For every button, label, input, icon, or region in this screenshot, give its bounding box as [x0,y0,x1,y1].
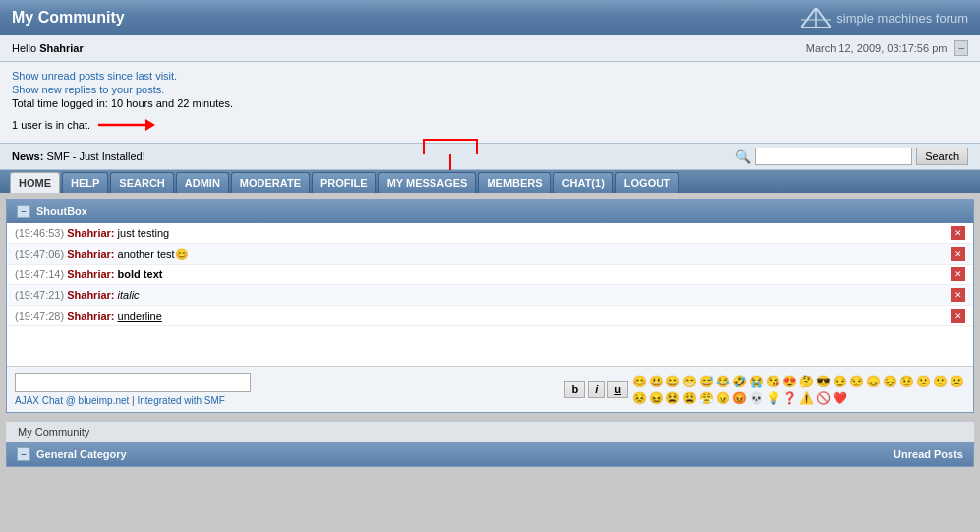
emoji-confused[interactable]: 😕 [915,374,931,389]
shout-row: (19:46:53) Shahriar: just testing ✕ [7,223,973,244]
category-header: – General Category Unread Posts [7,443,973,466]
emoji-love[interactable]: 😍 [781,374,797,389]
emoji-angry[interactable]: 😠 [715,390,730,406]
emoji-think[interactable]: 🤔 [798,374,814,389]
minimize-button[interactable]: – [954,40,968,56]
bold-button[interactable]: b [564,381,585,398]
emoji-kiss[interactable]: 😘 [765,374,780,389]
shout-content: (19:47:21) Shahriar: italic [15,289,951,301]
tab-chat[interactable]: CHAT(1) [553,172,613,193]
tab-profile[interactable]: PROFILE [312,172,376,193]
emoji-rage[interactable]: 😡 [731,390,747,406]
emoji-steam[interactable]: 😤 [698,390,714,406]
category-collapse-icon[interactable]: – [17,447,30,461]
tab-moderate[interactable]: MODERATE [231,172,310,193]
shout-message: italic [118,289,140,301]
emoji-no-entry[interactable]: 🚫 [815,390,831,406]
shout-time: (19:46:53) [15,227,64,239]
shout-content: (19:46:53) Shahriar: just testing [15,227,951,239]
emoji-sad[interactable]: 😞 [865,374,881,389]
emoji-strip: 😊 😃 😄 😁 😅 😂 🤣 😭 😘 😍 🤔 😎 😏 😒 😞 😔 [631,374,965,406]
welcome-right: March 12, 2009, 03:17:56 pm – [806,40,968,56]
shout-row: (19:47:06) Shahriar: another test😊 ✕ [7,244,973,265]
emoji-cry[interactable]: 😭 [748,374,764,389]
emoji-warning[interactable]: ⚠️ [798,390,814,406]
emoji-slight-frown[interactable]: 🙁 [932,374,948,389]
shoutbox-messages: (19:46:53) Shahriar: just testing ✕ (19:… [7,223,973,366]
shout-user: Shahriar: [67,268,117,280]
emoji-pensive[interactable]: 😔 [882,374,897,389]
search-button[interactable]: Search [916,148,968,165]
info-area: Show unread posts since last visit. Show… [0,62,980,144]
shout-delete-button[interactable]: ✕ [951,247,965,261]
shout-user: Shahriar: [67,248,117,260]
tab-help[interactable]: HELP [62,172,108,193]
nav-bar: HOME HELP SEARCH ADMIN MODERATE PROFILE … [0,170,980,193]
tab-home[interactable]: HOME [10,172,60,193]
site-title: My Community [12,9,125,27]
smf-logo: simple machines forum [801,8,968,28]
search-input[interactable] [755,148,912,165]
emoji-cool[interactable]: 😎 [815,374,831,389]
shout-user: Shahriar: [67,227,117,239]
news-bar: News: SMF - Just Installed! 🔍 Search [0,144,980,170]
shout-content: (19:47:14) Shahriar: bold text [15,268,951,280]
emoji-grin[interactable]: 😃 [648,374,663,389]
emoji-smirk[interactable]: 😏 [832,374,847,389]
news-label: News: [12,150,43,162]
shout-delete-button[interactable]: ✕ [951,226,965,240]
emoji-smile[interactable]: 😊 [631,374,647,389]
emoji-bulb[interactable]: 💡 [765,390,780,406]
emoji-persevere[interactable]: 😣 [631,390,647,406]
breadcrumb-text: My Community [18,426,89,438]
emoji-confounded[interactable]: 😖 [648,390,663,406]
emoji-unamused[interactable]: 😒 [848,374,864,389]
category-title: General Category [36,448,127,460]
news-text: News: SMF - Just Installed! [12,150,145,162]
emoji-rofl[interactable]: 🤣 [731,374,747,389]
shout-delete-button[interactable]: ✕ [951,288,965,302]
emoji-skull[interactable]: 💀 [748,390,764,406]
emoji-tired[interactable]: 😫 [664,390,680,406]
shout-row: (19:47:14) Shahriar: bold text ✕ [7,265,973,285]
shout-delete-button[interactable]: ✕ [951,309,965,323]
integrated-smf-link[interactable]: Integrated with SMF [138,395,225,406]
emoji-weary[interactable]: 😩 [681,390,697,406]
tab-logout[interactable]: LOGOUT [615,172,679,193]
tab-members[interactable]: MEMBERS [478,172,550,193]
shout-delete-button[interactable]: ✕ [951,267,965,281]
search-area: 🔍 Search [735,148,968,165]
news-content: SMF - Just Installed! [46,150,144,162]
italic-button[interactable]: i [588,381,605,398]
underline-button[interactable]: u [607,381,628,398]
unread-posts-link[interactable]: Show unread posts since last visit. [12,70,968,82]
emoji-lol[interactable]: 😂 [715,374,730,389]
emoji-laugh[interactable]: 😄 [664,374,680,389]
emoji-worried[interactable]: 😟 [898,374,914,389]
tab-my-messages[interactable]: MY MESSAGES [378,172,477,193]
new-replies-link[interactable]: Show new replies to your posts. [12,84,968,95]
shoutbox-collapse-icon[interactable]: – [17,205,30,218]
search-icon: 🔍 [735,149,751,164]
emoji-heart[interactable]: ❤️ [832,390,847,406]
shout-input[interactable] [15,373,251,392]
replies-link[interactable]: Show new replies to your posts. [12,84,164,95]
shoutbox-header: – ShoutBox [7,200,973,223]
emoji-frown[interactable]: ☹️ [949,374,964,389]
tab-search[interactable]: SEARCH [110,172,173,193]
shoutbox: – ShoutBox (19:46:53) Shahriar: just tes… [6,199,974,413]
emoji-question[interactable]: ❓ [781,390,797,406]
emoji-sweat[interactable]: 😅 [698,374,714,389]
unread-link[interactable]: Show unread posts since last visit. [12,70,177,82]
ajax-chat-link[interactable]: AJAX Chat @ blueimp.net [15,395,129,406]
shoutbox-credits: AJAX Chat @ blueimp.net | Integrated wit… [15,395,251,406]
total-time: Total time logged in: 10 hours and 22 mi… [12,97,968,109]
shout-row: (19:47:28) Shahriar: underline ✕ [7,306,973,326]
datetime: March 12, 2009, 03:17:56 pm [806,42,948,54]
shout-message: bold text [118,268,163,280]
red-arrow-icon [96,115,155,135]
shout-message: just testing [118,227,170,239]
emoji-big-grin[interactable]: 😁 [681,374,697,389]
tab-admin[interactable]: ADMIN [176,172,229,193]
general-category: – General Category Unread Posts [6,442,974,467]
